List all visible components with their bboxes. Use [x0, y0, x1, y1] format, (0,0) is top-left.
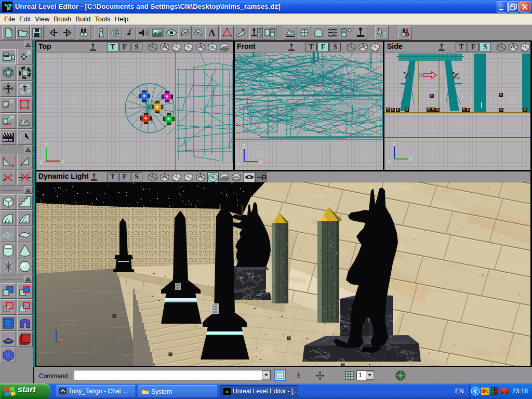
svg-text:X: X — [388, 159, 391, 165]
svg-text:Z: Z — [243, 144, 246, 149]
svg-text:Z: Z — [39, 160, 43, 165]
svg-text:Y: Y — [45, 142, 48, 148]
svg-text:G: G — [111, 28, 119, 38]
svg-text:T: T — [6, 85, 10, 92]
svg-text:Y: Y — [237, 162, 241, 167]
svg-text:T: T — [23, 85, 27, 92]
svg-text:X: X — [61, 159, 64, 165]
svg-text:Z: Z — [393, 141, 396, 147]
svg-text:Y: Y — [409, 157, 413, 163]
svg-text:X: X — [259, 160, 262, 165]
svg-text:MOV: MOV — [3, 138, 13, 142]
svg-text:A: A — [208, 28, 216, 38]
svg-text:?: ? — [383, 31, 387, 38]
